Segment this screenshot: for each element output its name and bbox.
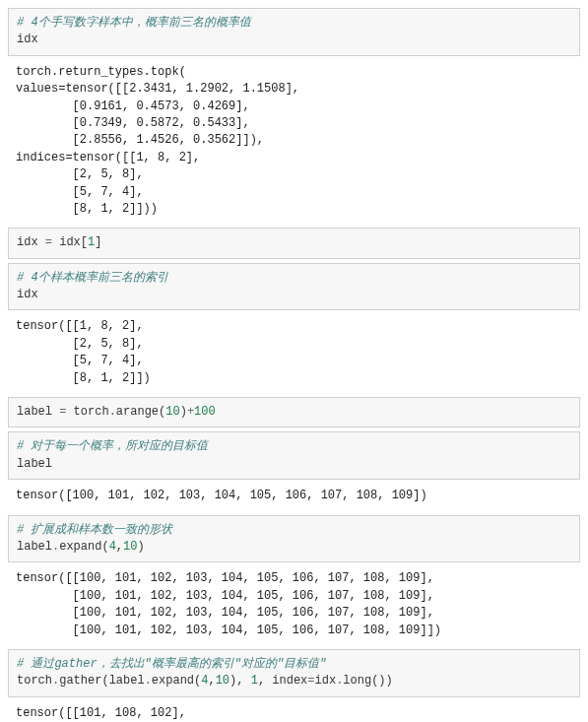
code-input-cell: idx = idx[1]	[8, 228, 580, 258]
code-input-cell: # 扩展成和样本数一致的形状 label.expand(4,10)	[8, 515, 580, 563]
notebook-content: # 4个手写数字样本中，概率前三名的概率值 idxtorch.return_ty…	[8, 8, 580, 722]
code-output-cell: tensor([100, 101, 102, 103, 104, 105, 10…	[8, 484, 580, 514]
code-output-cell: tensor([[101, 108, 102], [102, 105, 108]…	[8, 701, 580, 722]
code-input-cell: # 对于每一个概率，所对应的目标值 label	[8, 431, 580, 480]
code-input-cell: # 4个样本概率前三名的索引 idx	[8, 263, 580, 311]
code-output-cell: tensor([[1, 8, 2], [2, 5, 8], [5, 7, 4],…	[8, 314, 580, 397]
code-output-cell: torch.return_types.topk( values=tensor([…	[8, 60, 580, 229]
code-input-cell: label = torch.arange(10)+100	[8, 397, 580, 427]
code-input-cell: # 4个手写数字样本中，概率前三名的概率值 idx	[8, 8, 580, 56]
code-input-cell: # 通过gather，去找出"概率最高的索引"对应的"目标值" torch.ga…	[8, 649, 580, 697]
code-output-cell: tensor([[100, 101, 102, 103, 104, 105, 1…	[8, 566, 580, 649]
